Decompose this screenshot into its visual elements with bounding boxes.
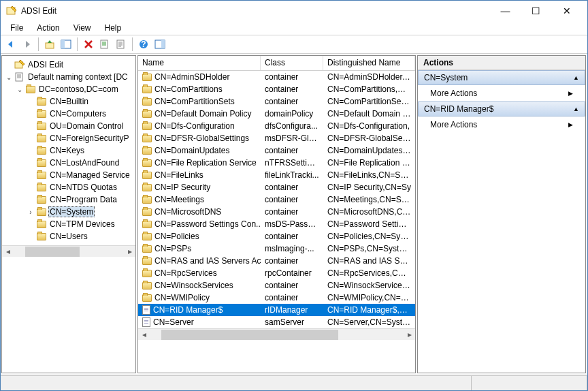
svg-rect-4 [101, 40, 108, 48]
cell-dn: CN=Meetings,CN=Syste [323, 195, 415, 204]
list-row[interactable]: CN=RpcServicesrpcContainerCN=RpcServices… [138, 267, 415, 279]
more-actions-label: More Actions [430, 89, 477, 98]
cell-dn: CN=FileLinks,CN=Syste [323, 170, 415, 180]
properties-button[interactable] [114, 37, 129, 52]
list-row[interactable]: CN=IP SecuritycontainerCN=IP Security,CN… [138, 181, 415, 193]
cell-name: CN=Default Domain Policy [154, 109, 251, 119]
help-button[interactable]: ? [136, 37, 151, 52]
actions-section-rid-manager[interactable]: CN=RID Manager$ ▲ [418, 101, 585, 116]
cell-class: dfsConfigura... [261, 121, 323, 131]
cell-dn: CN=RAS and IAS Servers [323, 256, 415, 266]
menu-file[interactable]: File [5, 22, 29, 34]
menu-help[interactable]: Help [99, 22, 127, 34]
cell-class: container [261, 183, 323, 192]
list-horizontal-scrollbar[interactable]: ◂▸ [138, 328, 415, 340]
tree-pane[interactable]: ADSI Edit⌄Default naming context [DC⌄DC=… [1, 55, 136, 373]
list-row[interactable]: CN=File Replication ServicenTFRSSettings… [138, 157, 415, 169]
tree-horizontal-scrollbar[interactable]: ◂▸ [2, 245, 135, 257]
list-row[interactable]: CN=Password Settings Con...msDS-Passw...… [138, 218, 415, 230]
list-row[interactable]: CN=DFSR-GlobalSettingsmsDFSR-Glo...CN=DF… [138, 132, 415, 144]
actions-section-system[interactable]: CN=System ▲ [418, 70, 585, 85]
list-row[interactable]: CN=PSPsmsImaging-...CN=PSPs,CN=System,D [138, 243, 415, 255]
show-hide-action-pane-button[interactable] [152, 37, 167, 52]
tree-naming-context[interactable]: ⌄Default naming context [DC [3, 71, 134, 83]
forward-button[interactable] [20, 37, 35, 52]
list-row[interactable]: CN=Dfs-ConfigurationdfsConfigura...CN=Df… [138, 120, 415, 132]
cell-class: samServer [261, 317, 323, 327]
close-button[interactable]: ✕ [551, 1, 582, 20]
tree-node[interactable]: CN=Users [3, 230, 134, 243]
tree-dc-node[interactable]: ⌄DC=contoso,DC=com [3, 83, 134, 95]
tree-root[interactable]: ADSI Edit [3, 59, 134, 71]
tree-node[interactable]: CN=TPM Devices [3, 218, 134, 230]
list-row[interactable]: CN=FileLinksfileLinkTracki...CN=FileLink… [138, 169, 415, 181]
more-actions-system[interactable]: More Actions ▶ [418, 85, 585, 101]
cell-class: container [261, 146, 323, 155]
cell-name: CN=Password Settings Con... [154, 219, 261, 229]
maximize-button[interactable]: ☐ [521, 1, 551, 20]
tree-node[interactable]: CN=Builtin [3, 95, 134, 108]
title-bar: ADSI Edit — ☐ ✕ [1, 1, 587, 21]
cell-dn: CN=File Replication Ser [323, 158, 415, 168]
list-pane[interactable]: Name Class Distinguished Name CN=AdminSD… [137, 55, 416, 373]
minimize-button[interactable]: — [490, 1, 521, 20]
tree-node[interactable]: CN=Managed Service [3, 169, 134, 181]
tree-node-label: Default naming context [DC [27, 72, 129, 82]
actions-title: Actions [418, 56, 585, 70]
folder-icon [142, 74, 152, 81]
actions-section-label: CN=RID Manager$ [424, 104, 493, 114]
tree-node-label: DC=contoso,DC=com [37, 84, 120, 94]
tree-node[interactable]: CN=Keys [3, 144, 134, 157]
show-hide-tree-button[interactable] [59, 37, 74, 52]
list-row[interactable]: CN=WinsockServicescontainerCN=WinsockSer… [138, 279, 415, 292]
cell-name: CN=Meetings [154, 195, 204, 204]
more-actions-rid-manager[interactable]: More Actions ▶ [418, 116, 585, 133]
tree-node[interactable]: ›CN=System [3, 206, 134, 218]
list-row[interactable]: CN=WMIPolicycontainerCN=WMIPolicy,CN=Sys [138, 292, 415, 304]
naming-context-icon [14, 72, 25, 82]
expander-icon[interactable]: ⌄ [5, 74, 13, 81]
expander-icon[interactable]: ⌄ [16, 86, 24, 93]
cell-class: container [261, 72, 323, 82]
tree-node-label: OU=Domain Control [48, 121, 125, 131]
list-header[interactable]: Name Class Distinguished Name [138, 56, 415, 71]
list-row[interactable]: CN=RAS and IAS Servers Ac...containerCN=… [138, 255, 415, 267]
list-row[interactable]: CN=ComPartitionSetscontainerCN=ComPartit… [138, 95, 415, 108]
list-row[interactable]: CN=MicrosoftDNScontainerCN=MicrosoftDNS,… [138, 206, 415, 218]
list-row[interactable]: CN=DomainUpdatescontainerCN=DomainUpdate… [138, 144, 415, 157]
column-header-class[interactable]: Class [261, 56, 323, 70]
list-row[interactable]: CN=ComPartitionscontainerCN=ComPartition… [138, 83, 415, 95]
folder-icon [36, 121, 47, 131]
column-header-name[interactable]: Name [138, 56, 261, 70]
delete-button[interactable] [81, 37, 96, 52]
cell-name: CN=Dfs-Configuration [154, 121, 235, 131]
back-button[interactable] [3, 37, 18, 52]
menu-view[interactable]: View [68, 22, 97, 34]
refresh-button[interactable] [97, 37, 112, 52]
list-row[interactable]: CN=MeetingscontainerCN=Meetings,CN=Syste [138, 193, 415, 206]
expander-icon[interactable]: › [27, 208, 35, 216]
column-header-dn[interactable]: Distinguished Name [323, 56, 415, 70]
list-row[interactable]: CN=PoliciescontainerCN=Policies,CN=Syste… [138, 230, 415, 243]
menu-action[interactable]: Action [31, 22, 65, 34]
collapse-icon: ▲ [573, 74, 579, 81]
cell-name: CN=File Replication Service [154, 158, 257, 168]
list-row[interactable]: CN=ServersamServerCN=Server,CN=System, [138, 316, 415, 328]
status-bar [1, 375, 587, 390]
tree-node[interactable]: CN=NTDS Quotas [3, 181, 134, 193]
up-button[interactable] [42, 37, 57, 52]
tree-node[interactable]: CN=LostAndFound [3, 157, 134, 169]
folder-icon [142, 245, 152, 253]
folder-icon [142, 184, 152, 191]
tree-node[interactable]: CN=Program Data [3, 193, 134, 206]
tree-node[interactable]: CN=ForeignSecurityP [3, 132, 134, 144]
list-row[interactable]: CN=AdminSDHoldercontainerCN=AdminSDHolde… [138, 71, 415, 83]
tree-node-label: ADSI Edit [27, 60, 65, 69]
tree-node[interactable]: CN=Computers [3, 108, 134, 120]
tree-node-label: CN=ForeignSecurityP [48, 134, 130, 143]
tree-node[interactable]: OU=Domain Control [3, 120, 134, 132]
toolbar: ? [1, 35, 587, 54]
folder-icon [142, 110, 152, 118]
list-row[interactable]: CN=Default Domain PolicydomainPolicyCN=D… [138, 108, 415, 120]
list-row[interactable]: CN=RID Manager$rIDManagerCN=RID Manager$… [138, 304, 415, 316]
